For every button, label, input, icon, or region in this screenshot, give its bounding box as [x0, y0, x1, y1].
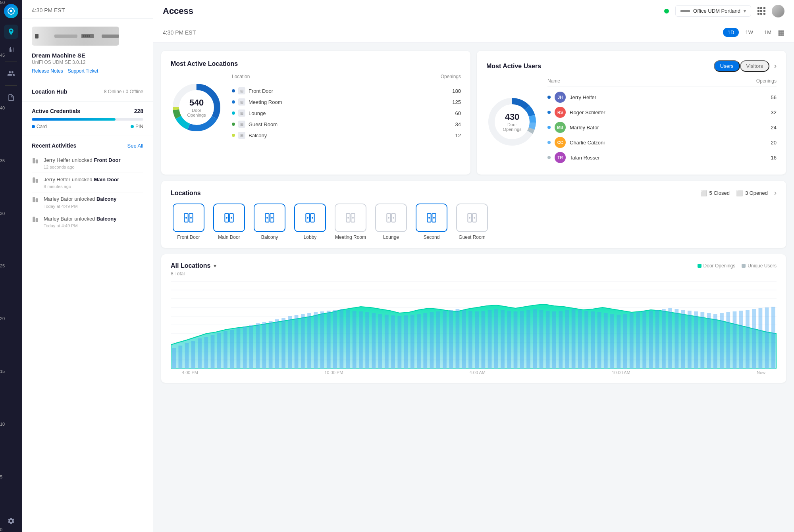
location-tile-name: Lobby: [304, 234, 317, 240]
filter-1m[interactable]: 1M: [759, 28, 776, 37]
tab-visitors[interactable]: Visitors: [740, 60, 769, 72]
svg-point-31: [266, 217, 268, 219]
svg-point-37: [312, 217, 313, 219]
opened-count: 3 Opened: [745, 190, 768, 196]
pin-type: PIN: [131, 124, 143, 129]
svg-rect-81: [281, 318, 285, 369]
credentials-types: Card PIN: [32, 124, 143, 129]
location-tile[interactable]: Guest Room: [454, 204, 490, 240]
svg-rect-127: [578, 310, 582, 369]
svg-point-43: [388, 217, 389, 219]
locations-arrow[interactable]: ›: [774, 189, 777, 197]
svg-rect-111: [475, 311, 479, 369]
svg-rect-143: [681, 310, 685, 369]
svg-rect-108: [456, 309, 460, 369]
legend-item: ⊞ Front Door 180: [232, 85, 461, 96]
svg-rect-135: [630, 313, 634, 369]
area-chart-svg: [171, 281, 777, 369]
svg-point-25: [190, 217, 192, 219]
users-arrow[interactable]: ›: [771, 62, 777, 70]
header-row: 4:30 PM EST 1D 1W 1M ▦: [153, 22, 794, 43]
status-dot: [664, 9, 669, 13]
svg-point-39: [347, 217, 349, 219]
svg-point-41: [352, 217, 354, 219]
door-openings-legend: Door Openings: [698, 263, 736, 269]
svg-rect-148: [713, 314, 717, 369]
main-content: Access Office UDM Portland ▾ 4:30 PM EST…: [153, 0, 794, 532]
activity-text: Jerry Helfer unlocked Front Door: [44, 157, 121, 164]
svg-rect-68: [198, 338, 202, 369]
svg-rect-129: [591, 311, 595, 369]
location-tile[interactable]: Balcony: [252, 204, 287, 240]
chevron-down-icon: ▾: [744, 8, 746, 14]
activity-icon: [32, 157, 40, 165]
opened-status: ⬜ 3 Opened: [736, 190, 768, 196]
page-title: Access: [163, 6, 193, 16]
location-tile[interactable]: Front Door: [171, 204, 206, 240]
svg-rect-90: [339, 309, 343, 369]
svg-point-29: [231, 217, 232, 219]
svg-rect-132: [610, 314, 614, 369]
svg-point-51: [469, 217, 470, 219]
svg-rect-2: [33, 158, 35, 163]
user-row: MB Marley Bator 24: [547, 120, 777, 135]
svg-rect-8: [33, 217, 35, 222]
svg-rect-9: [36, 218, 38, 222]
svg-rect-4: [33, 177, 35, 183]
filter-1d[interactable]: 1D: [723, 28, 739, 37]
device-section: Dream Machine SE UniFi OS UDM SE 3.0.12 …: [22, 19, 153, 82]
svg-rect-156: [765, 307, 769, 369]
svg-rect-70: [211, 335, 215, 369]
svg-rect-105: [436, 311, 440, 369]
calendar-icon[interactable]: ▦: [778, 28, 784, 37]
svg-rect-151: [733, 311, 737, 369]
location-tile-icon: [254, 204, 285, 232]
location-hub-label: Location Hub: [32, 88, 67, 95]
device-version: UniFi OS UDM SE 3.0.12: [32, 60, 143, 65]
svg-rect-87: [320, 311, 324, 369]
svg-rect-110: [468, 311, 472, 369]
svg-rect-136: [636, 312, 640, 369]
svg-point-33: [271, 217, 273, 219]
activity-icon: [32, 177, 40, 184]
locations-status: ⬜ 5 Closed ⬜ 3 Opened ›: [700, 189, 777, 197]
location-tile[interactable]: Lounge: [373, 204, 409, 240]
location-tile[interactable]: Second: [414, 204, 449, 240]
svg-rect-84: [301, 314, 305, 369]
location-tile-icon: [173, 204, 204, 232]
svg-rect-99: [397, 316, 401, 369]
location-tile[interactable]: Main Door: [211, 204, 247, 240]
user-row: RS Roger Schleifer 32: [547, 105, 777, 120]
location-tile[interactable]: Meeting Room: [333, 204, 368, 240]
apps-grid-icon[interactable]: [757, 7, 765, 15]
release-notes-link[interactable]: Release Notes: [32, 68, 63, 74]
progress-bar-fill: [32, 118, 116, 121]
activities-label: Recent Activities: [32, 142, 76, 149]
card-type: Card: [32, 124, 47, 129]
svg-rect-89: [333, 310, 337, 369]
filter-1w[interactable]: 1W: [740, 28, 758, 37]
svg-rect-140: [662, 309, 666, 369]
support-ticket-link[interactable]: Support Ticket: [68, 68, 98, 74]
location-tile-icon: [294, 204, 326, 232]
svg-rect-152: [739, 311, 743, 369]
chart-dropdown[interactable]: ▾: [214, 263, 216, 269]
device-selector[interactable]: Office UDM Portland ▾: [675, 5, 751, 17]
credentials-count: 228: [134, 108, 143, 114]
svg-rect-142: [675, 309, 679, 369]
see-all-link[interactable]: See All: [127, 143, 143, 149]
svg-rect-98: [391, 315, 395, 369]
svg-rect-141: [668, 308, 672, 369]
location-tile-name: Front Door: [177, 234, 200, 240]
user-avatar[interactable]: [772, 5, 784, 17]
location-tile[interactable]: Lobby: [292, 204, 328, 240]
svg-rect-100: [404, 315, 408, 369]
svg-rect-97: [385, 315, 389, 369]
chart-subtitle: 8 Total: [171, 271, 777, 277]
legend-item: ⊞ Guest Room 34: [232, 119, 461, 130]
tab-users[interactable]: Users: [714, 60, 740, 72]
svg-rect-139: [655, 310, 659, 369]
svg-rect-117: [514, 311, 518, 369]
user-row: CC Charlie Calzoni 20: [547, 135, 777, 150]
svg-rect-145: [694, 311, 698, 369]
